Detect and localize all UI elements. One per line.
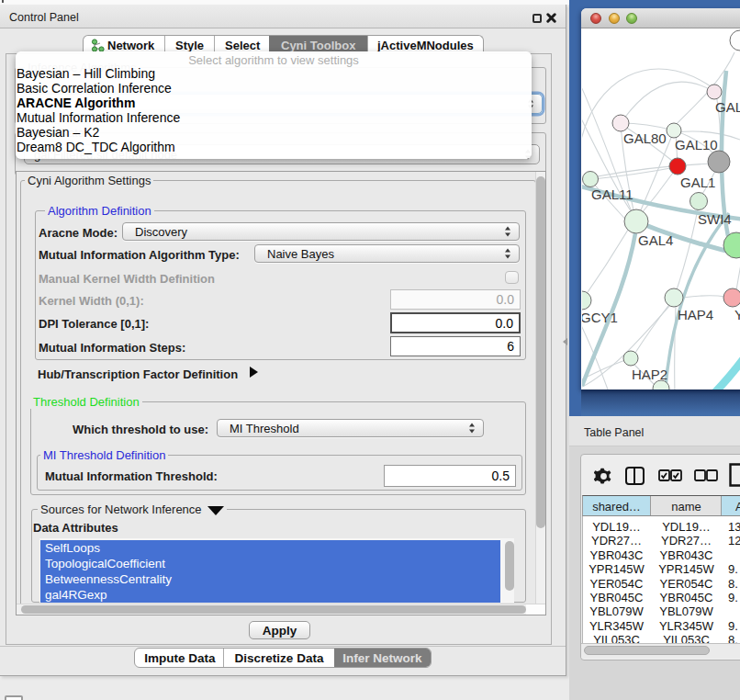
svg-text:GCY1: GCY1 xyxy=(582,310,618,325)
svg-text:GAL10: GAL10 xyxy=(675,137,718,152)
svg-text:HAP2: HAP2 xyxy=(632,367,667,382)
svg-text:HAP4: HAP4 xyxy=(678,307,713,322)
svg-text:Y: Y xyxy=(734,307,740,322)
svg-text:GAL7: GAL7 xyxy=(715,99,740,115)
svg-text:SWI4: SWI4 xyxy=(698,211,732,227)
svg-text:GAL11: GAL11 xyxy=(591,186,633,202)
svg-text:GAL4: GAL4 xyxy=(638,232,673,248)
svg-text:GAL1: GAL1 xyxy=(680,175,715,190)
svg-text:GAL80: GAL80 xyxy=(623,130,667,146)
